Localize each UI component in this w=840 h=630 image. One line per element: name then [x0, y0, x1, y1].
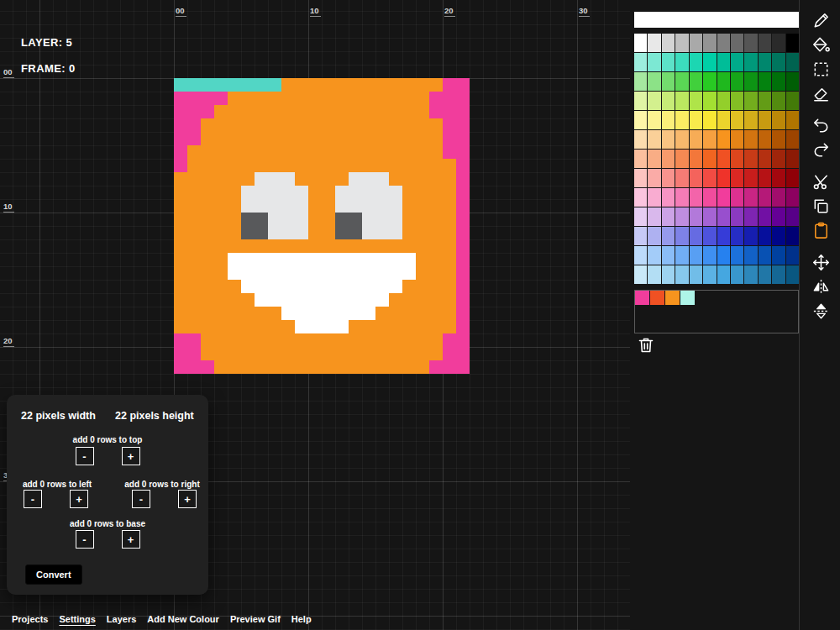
pixel-cell[interactable] [228, 186, 241, 199]
pixel-cell[interactable] [429, 266, 443, 280]
pixel-cell[interactable] [362, 280, 375, 293]
pixel-cell[interactable] [456, 92, 470, 105]
pixel-cell[interactable] [281, 239, 295, 253]
pixel-cell[interactable] [201, 118, 214, 132]
pixel-cell[interactable] [255, 307, 268, 320]
palette-swatch[interactable] [786, 72, 799, 91]
pixel-cell[interactable] [362, 199, 375, 213]
pixel-cell[interactable] [349, 226, 362, 239]
palette-swatch[interactable] [731, 207, 743, 226]
pixel-cell[interactable] [268, 320, 281, 333]
palette-swatch[interactable] [744, 92, 757, 110]
pixel-cell[interactable] [281, 360, 295, 374]
pixel-cell[interactable] [174, 78, 187, 92]
pixel-cell[interactable] [255, 213, 268, 226]
palette-swatch[interactable] [703, 150, 716, 168]
palette-swatch[interactable] [772, 227, 785, 245]
palette-swatch[interactable] [731, 111, 743, 129]
pixel-cell[interactable] [402, 253, 416, 266]
pixel-cell[interactable] [214, 280, 228, 293]
pixel-cell[interactable] [416, 145, 429, 159]
pixel-cell[interactable] [402, 105, 416, 118]
palette-swatch[interactable] [772, 188, 785, 207]
pixel-cell[interactable] [349, 105, 362, 118]
pixel-cell[interactable] [429, 253, 443, 266]
palette-swatch[interactable] [675, 111, 688, 129]
pixel-cell[interactable] [295, 307, 308, 320]
pixel-cell[interactable] [187, 159, 201, 172]
pixel-cell[interactable] [187, 92, 201, 105]
pixel-cell[interactable] [349, 280, 362, 293]
pixel-cell[interactable] [308, 226, 322, 239]
pixel-cell[interactable] [375, 92, 389, 105]
pixel-cell[interactable] [295, 280, 308, 293]
pixel-cell[interactable] [443, 333, 456, 347]
pixel-cell[interactable] [241, 172, 255, 186]
pixel-cell[interactable] [443, 145, 456, 159]
pixel-cell[interactable] [349, 92, 362, 105]
palette-swatch[interactable] [744, 169, 757, 187]
pixel-cell[interactable] [322, 172, 335, 186]
pixel-cell[interactable] [389, 320, 402, 333]
palette-swatch[interactable] [690, 72, 702, 91]
palette-swatch[interactable] [675, 207, 688, 226]
palette-swatch[interactable] [634, 246, 647, 265]
palette-swatch[interactable] [690, 246, 702, 265]
pixel-cell[interactable] [187, 347, 201, 360]
pixel-cell[interactable] [228, 293, 241, 307]
pixel-cell[interactable] [308, 199, 322, 213]
pixel-cell[interactable] [308, 293, 322, 307]
pixel-cell[interactable] [335, 105, 349, 118]
pixel-cell[interactable] [389, 145, 402, 159]
pixel-cell[interactable] [201, 280, 214, 293]
palette-swatch[interactable] [731, 227, 743, 245]
pixel-cell[interactable] [308, 280, 322, 293]
pixel-cell[interactable] [241, 186, 255, 199]
pixel-cell[interactable] [241, 333, 255, 347]
pixel-cell[interactable] [308, 253, 322, 266]
pixel-cell[interactable] [416, 199, 429, 213]
palette-swatch[interactable] [634, 53, 647, 71]
pixel-cell[interactable] [174, 239, 187, 253]
pixel-cell[interactable] [429, 347, 443, 360]
pixel-cell[interactable] [187, 253, 201, 266]
pixel-cell[interactable] [187, 118, 201, 132]
pixel-cell[interactable] [429, 118, 443, 132]
menu-item-settings[interactable]: Settings [59, 614, 95, 624]
palette-swatch[interactable] [744, 53, 757, 71]
pixel-cell[interactable] [375, 293, 389, 307]
pixel-cell[interactable] [429, 105, 443, 118]
pixel-cell[interactable] [201, 199, 214, 213]
pixel-cell[interactable] [402, 280, 416, 293]
palette-swatch[interactable] [786, 34, 799, 52]
pixel-cell[interactable] [443, 172, 456, 186]
palette-swatch[interactable] [662, 188, 675, 207]
palette-swatch[interactable] [744, 227, 757, 245]
pixel-cell[interactable] [375, 105, 389, 118]
menu-item-layers[interactable]: Layers [107, 614, 136, 624]
pixel-cell[interactable] [281, 320, 295, 333]
palette-swatch[interactable] [634, 92, 647, 110]
palette-swatch[interactable] [717, 246, 730, 265]
pixel-cell[interactable] [416, 333, 429, 347]
pixel-cell[interactable] [268, 132, 281, 145]
palette-swatch[interactable] [759, 265, 771, 284]
palette-swatch[interactable] [648, 265, 660, 284]
palette-swatch[interactable] [731, 246, 743, 265]
pixel-cell[interactable] [295, 118, 308, 132]
pixel-cell[interactable] [416, 105, 429, 118]
pixel-cell[interactable] [389, 92, 402, 105]
palette-swatch[interactable] [648, 53, 660, 71]
pixel-cell[interactable] [255, 253, 268, 266]
pixel-cell[interactable] [362, 293, 375, 307]
palette-swatch[interactable] [786, 169, 799, 187]
palette-swatch[interactable] [772, 265, 785, 284]
pixel-cell[interactable] [322, 266, 335, 280]
palette-swatch[interactable] [690, 169, 702, 187]
pixel-cell[interactable] [416, 172, 429, 186]
pixel-cell[interactable] [402, 320, 416, 333]
pixel-cell[interactable] [322, 145, 335, 159]
pixel-cell[interactable] [308, 266, 322, 280]
pixel-cell[interactable] [268, 239, 281, 253]
pixel-cell[interactable] [456, 280, 470, 293]
